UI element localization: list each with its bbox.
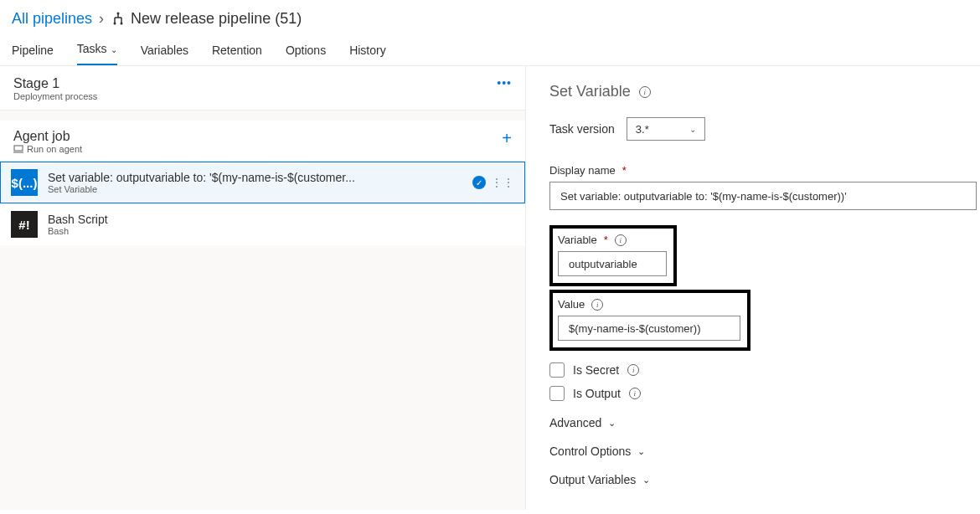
drag-handle-icon[interactable]: ⋮⋮ [491, 176, 514, 189]
is-secret-label: Is Secret [573, 363, 619, 377]
add-task-button[interactable]: + [502, 129, 512, 148]
svg-point-0 [117, 12, 120, 14]
agent-job-row[interactable]: Agent job Run on agent + [0, 121, 525, 162]
chevron-down-icon: ⌄ [642, 475, 650, 486]
advanced-label: Advanced [549, 416, 601, 429]
svg-rect-3 [14, 146, 23, 151]
tab-history[interactable]: History [349, 44, 386, 65]
release-icon-svg [111, 12, 126, 27]
display-name-input[interactable]: Set variable: outputvariable to: '$(my-n… [549, 182, 977, 210]
chevron-down-icon: ⌄ [637, 446, 645, 457]
is-secret-checkbox[interactable] [549, 362, 565, 378]
is-output-row: Is Output i [549, 386, 980, 401]
panel-title: Set Variable i [549, 83, 980, 100]
value-field-highlight: Value i $(my-name-is-$(customer)) [549, 290, 750, 351]
display-name-field: Display name * Set variable: outputvaria… [549, 164, 980, 210]
pipeline-name[interactable]: New release pipeline (51) [131, 10, 302, 28]
info-icon[interactable]: i [615, 234, 627, 246]
tab-variables[interactable]: Variables [141, 44, 188, 65]
stage-header[interactable]: Stage 1 Deployment process ••• [0, 66, 525, 111]
content-split: Stage 1 Deployment process ••• Agent job… [0, 66, 980, 510]
required-marker: * [604, 234, 608, 246]
task-set-variable-title: Set variable: outputvariable to: '$(my-n… [48, 171, 472, 184]
output-variables-section-toggle[interactable]: Output Variables ⌄ [549, 473, 980, 486]
info-icon[interactable]: i [591, 299, 603, 311]
panel-title-text: Set Variable [549, 83, 631, 100]
value-input[interactable]: $(my-name-is-$(customer)) [558, 316, 740, 341]
control-options-label: Control Options [549, 445, 631, 458]
task-set-variable-subtitle: Set Variable [48, 184, 472, 194]
variable-input[interactable]: outputvariable [558, 251, 667, 276]
chevron-down-icon: ⌄ [111, 45, 117, 54]
left-column: Stage 1 Deployment process ••• Agent job… [0, 66, 526, 510]
task-bash-subtitle: Bash [48, 226, 514, 236]
bash-icon: #! [11, 211, 38, 238]
task-version-row: Task version 3.* ⌄ [549, 117, 980, 141]
tab-tasks-label: Tasks [77, 42, 107, 55]
required-marker: * [622, 164, 627, 177]
task-version-select[interactable]: 3.* ⌄ [627, 117, 705, 141]
tab-bar: Pipeline Tasks⌄ Variables Retention Opti… [0, 34, 980, 66]
chevron-right-icon: › [99, 10, 104, 28]
task-version-value: 3.* [636, 123, 649, 136]
task-bash-title: Bash Script [48, 213, 514, 226]
is-output-checkbox[interactable] [549, 386, 565, 401]
is-secret-row: Is Secret i [549, 362, 980, 378]
variable-label: Variable [558, 234, 597, 246]
breadcrumb-root[interactable]: All pipelines [12, 10, 92, 28]
tab-options[interactable]: Options [286, 44, 326, 65]
advanced-section-toggle[interactable]: Advanced ⌄ [549, 416, 980, 429]
agent-job-subtitle: Run on agent [13, 144, 82, 154]
task-version-label: Task version [549, 122, 615, 136]
stage-title: Stage 1 [13, 76, 97, 91]
stage-subtitle: Deployment process [13, 91, 97, 101]
chevron-down-icon: ⌄ [608, 418, 616, 429]
task-valid-icon: ✓ [472, 176, 486, 189]
display-name-label: Display name [549, 164, 616, 177]
tab-pipeline[interactable]: Pipeline [12, 44, 54, 65]
set-variable-icon: $(...) [11, 169, 38, 196]
release-pipeline-icon [111, 12, 126, 27]
variable-field-highlight: Variable * i outputvariable [549, 225, 677, 286]
stage-more-button[interactable]: ••• [497, 76, 512, 90]
info-icon[interactable]: i [629, 388, 641, 399]
value-label: Value [558, 298, 585, 311]
svg-point-2 [121, 22, 123, 24]
agent-job-title: Agent job [13, 129, 82, 144]
svg-point-1 [114, 22, 116, 24]
agent-subtitle-text: Run on agent [27, 144, 82, 154]
is-output-label: Is Output [573, 387, 621, 400]
task-bash-script[interactable]: #! Bash Script Bash [0, 203, 525, 245]
chevron-down-icon: ⌄ [689, 125, 696, 134]
task-set-variable[interactable]: $(...) Set variable: outputvariable to: … [0, 162, 525, 203]
right-column: Set Variable i Task version 3.* ⌄ Displa… [526, 66, 980, 510]
output-variables-label: Output Variables [549, 473, 636, 486]
breadcrumb: All pipelines › New release pipeline (51… [0, 0, 980, 34]
control-options-section-toggle[interactable]: Control Options ⌄ [549, 445, 980, 458]
info-icon[interactable]: i [639, 86, 651, 98]
tab-tasks[interactable]: Tasks⌄ [77, 42, 117, 65]
agent-icon [13, 145, 23, 153]
tab-retention[interactable]: Retention [212, 44, 262, 65]
info-icon[interactable]: i [627, 364, 639, 376]
